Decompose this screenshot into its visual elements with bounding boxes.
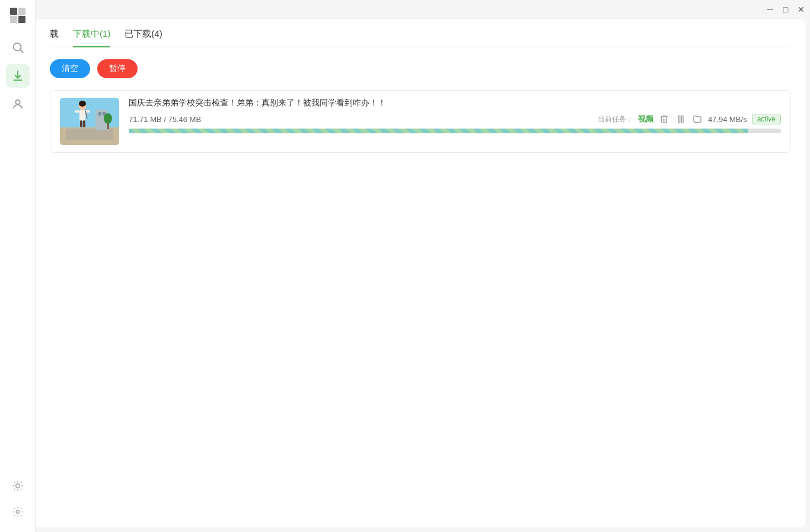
pause-button[interactable]: 暂停 [97,59,138,78]
svg-rect-23 [79,110,85,121]
svg-rect-30 [681,116,683,123]
svg-rect-29 [678,116,680,123]
sidebar-item-download[interactable] [6,64,30,88]
sidebar [0,0,36,532]
svg-point-12 [16,511,19,514]
status-badge: active [752,114,781,124]
download-speed: 47.94 MB/s [708,115,747,124]
download-info: 国庆去亲弟弟学校突击检查！弟弟：真别来了！被我同学看到咋办！！ 71.71 MB… [129,98,781,133]
svg-line-11 [20,482,21,483]
close-button[interactable]: ✕ [797,5,805,14]
svg-line-10 [14,489,15,490]
main-area: ─ □ ✕ 载 下载中(1) 已下载(4) 清空 暂停 [36,0,810,532]
svg-rect-24 [75,110,79,113]
content-area: 载 下载中(1) 已下载(4) 清空 暂停 [36,19,805,527]
tab-prefix: 载 [50,28,59,47]
download-item: 国庆去亲弟弟学校突击检查！弟弟：真别来了！被我同学看到咋办！！ 71.71 MB… [50,90,791,153]
action-buttons: 清空 暂停 [50,59,791,78]
thumbnail-image [60,98,119,145]
svg-rect-17 [98,112,101,116]
sidebar-item-brightness[interactable] [7,475,28,496]
svg-point-2 [15,100,20,104]
sidebar-item-search[interactable] [6,36,30,59]
maximize-button[interactable]: □ [782,5,790,14]
progress-bar-track [129,129,781,133]
titlebar: ─ □ ✕ [36,0,810,19]
svg-point-22 [79,101,86,107]
download-size: 71.71 MB / 75.46 MB [129,115,201,124]
svg-line-9 [20,489,21,490]
task-label: 当前任务： [598,114,633,124]
sidebar-item-user[interactable] [6,92,30,116]
delete-icon[interactable] [658,113,670,125]
tab-downloading[interactable]: 下载中(1) [73,28,110,47]
window-controls: ─ □ ✕ [766,5,805,14]
minimize-button[interactable]: ─ [766,5,774,14]
tabs-bar: 载 下载中(1) 已下载(4) [50,28,791,47]
download-right: 当前任务： 视频 [598,113,781,125]
svg-point-20 [104,113,112,124]
svg-rect-13 [60,98,119,127]
svg-point-3 [15,484,20,488]
download-meta: 71.71 MB / 75.46 MB 当前任务： 视频 [129,113,781,125]
svg-line-8 [14,482,15,483]
tab-downloaded[interactable]: 已下载(4) [125,28,162,47]
sidebar-item-settings[interactable] [7,501,28,523]
folder-icon[interactable] [691,113,703,125]
svg-point-0 [13,43,21,51]
svg-line-1 [20,50,23,53]
svg-rect-27 [83,120,85,127]
thumbnail [60,98,119,145]
progress-bar-fill [129,129,748,133]
svg-rect-26 [80,120,82,127]
app-logo [7,5,28,26]
task-type: 视频 [638,114,653,124]
clear-button[interactable]: 清空 [50,59,90,78]
download-title: 国庆去亲弟弟学校突击检查！弟弟：真别来了！被我同学看到咋办！！ [129,98,781,108]
pause-icon[interactable] [675,113,687,125]
